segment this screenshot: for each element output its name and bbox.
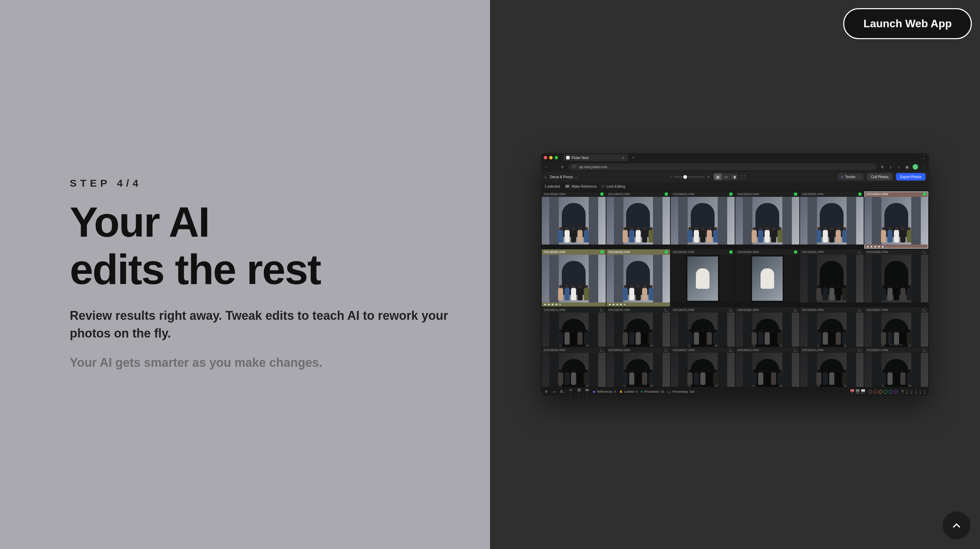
cull-photos-button[interactable]: Cull Photos <box>867 173 892 180</box>
color-yellow-icon[interactable] <box>878 390 882 394</box>
nav-reload-icon[interactable]: ⟳ <box>560 165 565 169</box>
photo-thumbnail[interactable]: DSC08326.ARW <box>671 192 735 249</box>
breadcrumb[interactable]: Darya & Pooya ⌄ <box>550 175 578 179</box>
thumbnail-filename: DSC08369.ARW <box>866 250 888 254</box>
launch-web-app-button[interactable]: Launch Web App <box>843 8 972 39</box>
flag-filter[interactable]: 0 334 327 <box>850 389 865 394</box>
color-none-icon[interactable] <box>869 390 872 394</box>
status-processing-icon <box>922 348 927 353</box>
nav-back-icon[interactable]: ← <box>544 165 549 169</box>
color-purple-icon[interactable] <box>894 390 898 394</box>
thumbnail-filename: DSC08333.ARW <box>737 192 759 196</box>
photo-thumbnail[interactable]: DSC08383.ARW <box>800 307 864 347</box>
photo-thumbnail[interactable]: DSC08369.ARW <box>864 249 928 306</box>
extensions-icon[interactable]: ▣ <box>904 165 909 169</box>
thumbnail-header: DSC08323.ARW <box>606 192 670 197</box>
photo-thumbnail[interactable]: DSC08400.ARW <box>542 347 606 387</box>
site-info-icon[interactable]: ⓘ <box>572 164 576 169</box>
browser-menu-icon[interactable]: ⋮ <box>921 165 926 169</box>
thumbnail-image <box>800 353 864 387</box>
grid-view-icon[interactable]: ▦ <box>714 173 722 180</box>
install-app-icon[interactable]: ⤓ <box>888 165 893 169</box>
photo-thumbnail[interactable]: DSC08380.ARW <box>735 307 799 347</box>
thumbnail-filename: DSC08403.ARW <box>608 348 630 352</box>
profile-avatar[interactable] <box>913 164 918 169</box>
sort-icon[interactable]: ≣⌄ <box>560 390 565 393</box>
color-red-icon[interactable] <box>873 390 877 394</box>
photo-thumbnail[interactable]: DSC08335.ARW <box>800 192 864 249</box>
window-zoom-dot[interactable] <box>555 156 558 160</box>
compare-view-icon[interactable]: ◨ <box>730 173 738 180</box>
photo-thumbnail[interactable]: DSC08348.ARW★★★★★ <box>606 249 670 306</box>
screen-icon[interactable]: ▭ <box>552 390 557 393</box>
color-label-filter[interactable] <box>869 390 898 394</box>
photo-thumbnail[interactable]: DSC08403.ARW <box>606 347 670 387</box>
tab-close-icon[interactable]: × <box>620 156 625 160</box>
photo-thumbnail[interactable]: DSC08378.ARW <box>606 307 670 347</box>
photo-thumbnail[interactable]: DSC08407.ARW <box>671 347 735 387</box>
zoom-slider[interactable]: − ＋ <box>670 174 711 179</box>
photo-thumbnail[interactable]: DSC08344.ARW★★★★★ <box>864 192 928 249</box>
window-close-dot[interactable] <box>544 156 547 160</box>
make-reference-button[interactable]: M Make Reference <box>565 185 597 188</box>
status-processing-icon <box>729 308 733 312</box>
photo-thumbnail[interactable]: DSC08387.ARW <box>864 307 928 347</box>
export-photos-button[interactable]: Export Photos <box>896 173 926 180</box>
thumbnail-image <box>671 255 735 302</box>
camera-icon[interactable]: 📷︎⌄ <box>585 388 589 395</box>
settings-icon[interactable]: ⚙︎ <box>544 390 549 393</box>
nav-forward-icon[interactable]: → <box>552 165 557 169</box>
thumbnail-image <box>735 197 799 244</box>
tender-tag-button[interactable]: Tender ⌄ <box>838 173 864 180</box>
status-processing-icon <box>664 308 669 312</box>
thumbnail-image <box>671 353 735 387</box>
thumbnail-rating[interactable]: ★★★★★ <box>606 302 670 306</box>
photo-thumbnail[interactable]: DSC08371.ARW <box>542 307 606 347</box>
thumbnail-filename: DSC08400.ARW <box>544 348 566 352</box>
home-icon[interactable]: ⌂ <box>544 175 546 179</box>
zoom-in-icon[interactable]: ＋ <box>707 174 710 179</box>
image-icon[interactable]: 🖾⌄ <box>576 388 581 395</box>
address-bar[interactable]: ⓘ qa.next.polarr.com <box>568 163 877 170</box>
photo-thumbnail[interactable]: DSC08365.ARW <box>800 249 864 306</box>
headline-line1: Your AI <box>70 199 209 246</box>
photo-thumbnail[interactable]: DSC08345.ARW★★★★★ <box>542 249 606 306</box>
photo-thumbnail[interactable]: DSC08359.ARW <box>735 249 799 306</box>
photo-thumbnail[interactable]: DSC08417.ARW <box>864 347 928 387</box>
photo-thumbnail[interactable]: DSC08333.ARW <box>735 192 799 249</box>
lock-editing-button[interactable]: 🛡︎ Lock Editing <box>601 185 625 188</box>
photo-thumbnail[interactable]: DSC08414.ARW <box>800 347 864 387</box>
thumbnail-filename: DSC08365.ARW <box>802 250 824 254</box>
thumbnail-rating[interactable]: ★★★★★ <box>864 244 928 249</box>
color-green-icon[interactable] <box>884 390 888 394</box>
folder-icon[interactable]: 🗀⌄ <box>568 388 573 395</box>
photo-thumbnail[interactable]: DSC08355.ARW <box>671 249 735 306</box>
spinner-icon <box>667 390 671 393</box>
tab-overflow-icon[interactable]: ⌄ <box>921 156 926 160</box>
zoom-out-icon[interactable]: − <box>670 175 672 179</box>
thumbnail-rating[interactable]: ★★★★★ <box>542 302 606 306</box>
browser-tab[interactable]: Polarr Next × <box>563 154 628 161</box>
thumbnail-header: DSC08320.ARW <box>542 192 606 197</box>
status-done-icon <box>665 250 668 254</box>
window-minimize-dot[interactable] <box>549 156 553 160</box>
scroll-to-top-button[interactable] <box>943 512 970 539</box>
thumbnail-header: DSC08335.ARW <box>800 192 864 197</box>
zoom-track[interactable] <box>674 176 705 177</box>
bookmark-icon[interactable]: ☆ <box>896 165 901 169</box>
search-icon[interactable]: 🔍︎ <box>880 165 885 169</box>
new-tab-button[interactable]: ＋ <box>631 155 636 160</box>
color-blue-icon[interactable] <box>889 390 892 394</box>
fullscreen-icon[interactable]: ⛶ <box>741 175 745 179</box>
make-reference-label: Make Reference <box>572 185 597 188</box>
status-processing-icon <box>664 348 669 353</box>
thumbnail-header: DSC08414.ARW <box>800 347 864 353</box>
photo-thumbnail[interactable]: DSC08323.ARW <box>606 192 670 249</box>
zoom-handle[interactable] <box>683 175 687 179</box>
photo-thumbnail[interactable]: DSC08410.ARW <box>735 347 799 387</box>
photo-thumbnail[interactable]: DSC08379.ARW <box>671 307 735 347</box>
star-filter[interactable]: ★1 ☆0 ☆0 ☆0 ☆0 ☆0 <box>901 389 926 394</box>
photo-thumbnail[interactable]: DSC08320.ARW <box>542 192 606 249</box>
filmstrip-view-icon[interactable]: ▭ <box>722 173 730 180</box>
locked-counter: 🔒︎ Locked 0 <box>619 390 637 393</box>
